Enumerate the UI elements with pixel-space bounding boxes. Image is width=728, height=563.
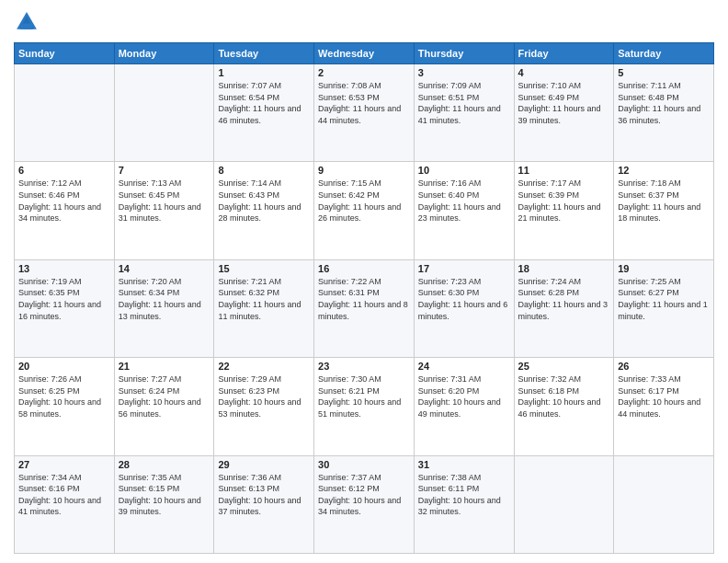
day-cell: 19Sunrise: 7:25 AM Sunset: 6:27 PM Dayli… — [614, 259, 714, 357]
day-detail: Sunrise: 7:23 AM Sunset: 6:30 PM Dayligh… — [418, 276, 510, 322]
week-row-1: 1Sunrise: 7:07 AM Sunset: 6:54 PM Daylig… — [15, 64, 714, 162]
weekday-header-row: SundayMondayTuesdayWednesdayThursdayFrid… — [15, 43, 714, 64]
day-detail: Sunrise: 7:21 AM Sunset: 6:32 PM Dayligh… — [218, 276, 310, 322]
day-cell: 7Sunrise: 7:13 AM Sunset: 6:45 PM Daylig… — [114, 162, 214, 259]
day-detail: Sunrise: 7:31 AM Sunset: 6:20 PM Dayligh… — [418, 373, 510, 419]
day-detail: Sunrise: 7:22 AM Sunset: 6:31 PM Dayligh… — [318, 276, 410, 322]
day-detail: Sunrise: 7:16 AM Sunset: 6:40 PM Dayligh… — [418, 178, 510, 224]
day-number: 28 — [119, 459, 210, 470]
week-row-4: 20Sunrise: 7:26 AM Sunset: 6:25 PM Dayli… — [15, 358, 714, 455]
weekday-header-monday: Monday — [114, 43, 214, 64]
day-detail: Sunrise: 7:24 AM Sunset: 6:28 PM Dayligh… — [518, 276, 610, 322]
day-detail: Sunrise: 7:19 AM Sunset: 6:35 PM Dayligh… — [18, 276, 110, 322]
day-number: 7 — [119, 165, 210, 176]
weekday-header-wednesday: Wednesday — [314, 43, 415, 64]
day-cell: 12Sunrise: 7:18 AM Sunset: 6:37 PM Dayli… — [614, 162, 714, 259]
day-number: 6 — [18, 165, 110, 176]
day-cell: 31Sunrise: 7:38 AM Sunset: 6:11 PM Dayli… — [414, 455, 514, 553]
day-number: 3 — [418, 67, 510, 78]
day-detail: Sunrise: 7:13 AM Sunset: 6:45 PM Dayligh… — [119, 178, 210, 224]
day-cell: 20Sunrise: 7:26 AM Sunset: 6:25 PM Dayli… — [15, 358, 115, 455]
day-detail: Sunrise: 7:30 AM Sunset: 6:21 PM Dayligh… — [318, 373, 410, 419]
day-cell: 9Sunrise: 7:15 AM Sunset: 6:42 PM Daylig… — [314, 162, 415, 259]
weekday-header-saturday: Saturday — [614, 43, 714, 64]
day-number: 29 — [218, 459, 310, 470]
day-detail: Sunrise: 7:07 AM Sunset: 6:54 PM Dayligh… — [218, 80, 310, 126]
day-number: 25 — [518, 361, 610, 372]
day-cell: 28Sunrise: 7:35 AM Sunset: 6:15 PM Dayli… — [114, 455, 214, 553]
day-cell: 6Sunrise: 7:12 AM Sunset: 6:46 PM Daylig… — [15, 162, 115, 259]
day-cell: 30Sunrise: 7:37 AM Sunset: 6:12 PM Dayli… — [314, 455, 415, 553]
day-detail: Sunrise: 7:27 AM Sunset: 6:24 PM Dayligh… — [119, 373, 210, 419]
day-number: 4 — [518, 67, 610, 78]
day-cell: 11Sunrise: 7:17 AM Sunset: 6:39 PM Dayli… — [514, 162, 614, 259]
day-detail: Sunrise: 7:18 AM Sunset: 6:37 PM Dayligh… — [618, 178, 710, 224]
day-number: 21 — [119, 361, 210, 372]
day-detail: Sunrise: 7:32 AM Sunset: 6:18 PM Dayligh… — [518, 373, 610, 419]
week-row-2: 6Sunrise: 7:12 AM Sunset: 6:46 PM Daylig… — [15, 162, 714, 259]
day-cell: 10Sunrise: 7:16 AM Sunset: 6:40 PM Dayli… — [414, 162, 514, 259]
day-detail: Sunrise: 7:33 AM Sunset: 6:17 PM Dayligh… — [618, 373, 710, 419]
day-number: 10 — [418, 165, 510, 176]
day-cell: 13Sunrise: 7:19 AM Sunset: 6:35 PM Dayli… — [15, 259, 115, 357]
day-cell: 16Sunrise: 7:22 AM Sunset: 6:31 PM Dayli… — [314, 259, 415, 357]
day-detail: Sunrise: 7:34 AM Sunset: 6:16 PM Dayligh… — [18, 472, 110, 518]
day-cell: 4Sunrise: 7:10 AM Sunset: 6:49 PM Daylig… — [514, 64, 614, 162]
day-number: 30 — [318, 459, 410, 470]
day-number: 17 — [418, 263, 510, 274]
day-cell: 25Sunrise: 7:32 AM Sunset: 6:18 PM Dayli… — [514, 358, 614, 455]
day-number: 20 — [18, 361, 110, 372]
day-detail: Sunrise: 7:29 AM Sunset: 6:23 PM Dayligh… — [218, 373, 310, 419]
day-detail: Sunrise: 7:26 AM Sunset: 6:25 PM Dayligh… — [18, 373, 110, 419]
day-number: 14 — [119, 263, 210, 274]
day-cell: 29Sunrise: 7:36 AM Sunset: 6:13 PM Dayli… — [214, 455, 314, 553]
day-number: 9 — [318, 165, 410, 176]
day-number: 16 — [318, 263, 410, 274]
day-detail: Sunrise: 7:12 AM Sunset: 6:46 PM Dayligh… — [18, 178, 110, 224]
day-number: 11 — [518, 165, 610, 176]
day-number: 8 — [218, 165, 310, 176]
day-number: 15 — [218, 263, 310, 274]
day-cell: 2Sunrise: 7:08 AM Sunset: 6:53 PM Daylig… — [314, 64, 415, 162]
day-cell — [514, 455, 614, 553]
day-cell: 8Sunrise: 7:14 AM Sunset: 6:43 PM Daylig… — [214, 162, 314, 259]
day-cell — [114, 64, 214, 162]
day-cell: 3Sunrise: 7:09 AM Sunset: 6:51 PM Daylig… — [414, 64, 514, 162]
day-detail: Sunrise: 7:11 AM Sunset: 6:48 PM Dayligh… — [618, 80, 710, 126]
logo-icon — [14, 9, 40, 35]
day-detail: Sunrise: 7:17 AM Sunset: 6:39 PM Dayligh… — [518, 178, 610, 224]
day-cell: 17Sunrise: 7:23 AM Sunset: 6:30 PM Dayli… — [414, 259, 514, 357]
day-number: 27 — [18, 459, 110, 470]
day-detail: Sunrise: 7:14 AM Sunset: 6:43 PM Dayligh… — [218, 178, 310, 224]
logo — [14, 9, 43, 35]
week-row-5: 27Sunrise: 7:34 AM Sunset: 6:16 PM Dayli… — [15, 455, 714, 553]
day-cell — [15, 64, 115, 162]
weekday-header-tuesday: Tuesday — [214, 43, 314, 64]
day-number: 26 — [618, 361, 710, 372]
day-detail: Sunrise: 7:25 AM Sunset: 6:27 PM Dayligh… — [618, 276, 710, 322]
day-detail: Sunrise: 7:15 AM Sunset: 6:42 PM Dayligh… — [318, 178, 410, 224]
calendar-table: SundayMondayTuesdayWednesdayThursdayFrid… — [14, 42, 714, 554]
day-detail: Sunrise: 7:35 AM Sunset: 6:15 PM Dayligh… — [119, 472, 210, 518]
day-number: 23 — [318, 361, 410, 372]
svg-rect-2 — [21, 24, 32, 29]
day-cell: 24Sunrise: 7:31 AM Sunset: 6:20 PM Dayli… — [414, 358, 514, 455]
day-detail: Sunrise: 7:37 AM Sunset: 6:12 PM Dayligh… — [318, 472, 410, 518]
day-detail: Sunrise: 7:36 AM Sunset: 6:13 PM Dayligh… — [218, 472, 310, 518]
day-cell: 27Sunrise: 7:34 AM Sunset: 6:16 PM Dayli… — [15, 455, 115, 553]
day-cell — [614, 455, 714, 553]
day-detail: Sunrise: 7:08 AM Sunset: 6:53 PM Dayligh… — [318, 80, 410, 126]
weekday-header-sunday: Sunday — [15, 43, 115, 64]
day-cell: 22Sunrise: 7:29 AM Sunset: 6:23 PM Dayli… — [214, 358, 314, 455]
day-cell: 14Sunrise: 7:20 AM Sunset: 6:34 PM Dayli… — [114, 259, 214, 357]
day-detail: Sunrise: 7:20 AM Sunset: 6:34 PM Dayligh… — [119, 276, 210, 322]
day-number: 31 — [418, 459, 510, 470]
day-cell: 26Sunrise: 7:33 AM Sunset: 6:17 PM Dayli… — [614, 358, 714, 455]
day-cell: 23Sunrise: 7:30 AM Sunset: 6:21 PM Dayli… — [314, 358, 415, 455]
day-number: 24 — [418, 361, 510, 372]
day-number: 22 — [218, 361, 310, 372]
day-number: 13 — [18, 263, 110, 274]
day-detail: Sunrise: 7:10 AM Sunset: 6:49 PM Dayligh… — [518, 80, 610, 126]
day-detail: Sunrise: 7:38 AM Sunset: 6:11 PM Dayligh… — [418, 472, 510, 518]
weekday-header-friday: Friday — [514, 43, 614, 64]
